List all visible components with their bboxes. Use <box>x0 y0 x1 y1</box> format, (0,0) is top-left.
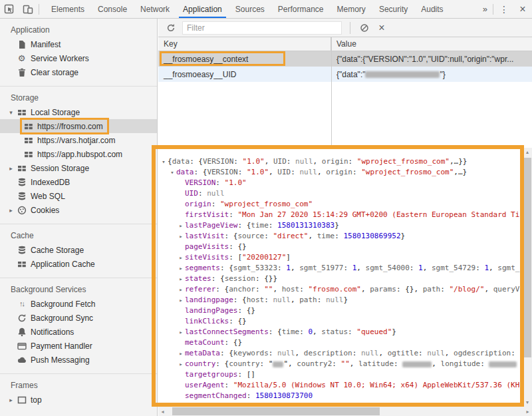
vertical-scrollbar-thumb[interactable] <box>523 158 531 357</box>
sidebar-item-https-frosmo-com[interactable]: https://frosmo.com <box>0 119 157 133</box>
tree-expand-arrow-icon[interactable]: ▾ <box>160 156 168 167</box>
json-token-pk: time <box>282 327 300 336</box>
json-token-pk: anchor <box>229 285 255 294</box>
tree-expand-arrow-icon[interactable]: ▸ <box>177 327 185 337</box>
kebab-menu-icon[interactable]: ⋮ <box>495 1 513 18</box>
sidebar-item-content: top <box>15 393 46 406</box>
sidebar-item-background-sync[interactable]: Background Sync <box>0 311 157 325</box>
sidebar-item-notifications[interactable]: Notifications <box>0 325 157 339</box>
json-token-pk: host <box>247 296 265 304</box>
json-token-p: , <box>313 327 321 336</box>
device-toolbar-icon[interactable] <box>19 1 37 18</box>
json-token-p: : <box>352 168 361 176</box>
json-token-p: : [] <box>237 370 255 379</box>
sidebar-item-https-vars-hotjar-com[interactable]: https://vars.hotjar.com <box>0 133 157 147</box>
database-icon <box>17 191 27 201</box>
refresh-icon[interactable] <box>162 20 180 36</box>
column-divider[interactable] <box>331 37 332 148</box>
sidebar-item-service-workers[interactable]: ⚙Service Workers <box>0 51 157 65</box>
inspect-icon[interactable] <box>0 1 19 18</box>
tree-expand-arrow-icon[interactable]: ▸ <box>177 220 185 231</box>
json-token-u: null <box>326 296 344 304</box>
sidebar-item-web-sql[interactable]: Web SQL <box>0 189 157 203</box>
tab-console[interactable]: Console <box>91 0 134 18</box>
json-token-p: : <box>480 359 489 368</box>
sidebar-item-content: Manifest <box>15 38 65 51</box>
horizontal-scrollbar-thumb[interactable] <box>172 407 380 415</box>
scroll-up-icon[interactable]: ▴ <box>523 148 532 156</box>
devtools-window: ElementsConsoleNetworkApplicationSources… <box>0 0 532 416</box>
filter-input[interactable] <box>182 21 342 35</box>
json-token-pk: longitude <box>441 359 481 368</box>
json-token-k: lastPageView <box>185 221 237 230</box>
sidebar-item-cache-storage[interactable]: Cache Storage <box>0 243 157 257</box>
sidebar-item-session-storage[interactable]: ▸Session Storage <box>0 161 157 175</box>
tree-expand-arrow-icon[interactable]: ▸ <box>177 231 185 242</box>
sidebar-item-payment-handler[interactable]: Payment Handler <box>0 339 157 353</box>
tab-memory[interactable]: Memory <box>331 0 372 18</box>
tree-expand-arrow-icon[interactable]: ▾ <box>168 167 176 178</box>
sidebar-section-title: Storage <box>0 91 157 105</box>
more-tabs-chevron-icon[interactable]: » <box>479 4 491 14</box>
table-row[interactable]: __frosmoeasy__UID{"data":""} <box>158 67 532 82</box>
tree-expand-arrow-icon[interactable]: ▸ <box>177 295 185 306</box>
tree-expand-arrow-icon[interactable]: ▸ <box>7 397 15 403</box>
json-token-p: : <box>215 178 224 187</box>
json-token-p: : <box>198 189 207 198</box>
tree-expand-arrow-icon[interactable]: ▾ <box>7 109 15 116</box>
tab-network[interactable]: Network <box>134 0 176 18</box>
sidebar-section-title: Cache <box>0 228 157 243</box>
clear-all-icon[interactable]: × <box>373 20 390 36</box>
sidebar-item-local-storage[interactable]: ▾Local Storage <box>0 105 157 119</box>
json-tree-line: ▸segments: {sgmt_53323: 1, sgmt_51977: 1… <box>160 263 523 274</box>
tree-expand-arrow-icon[interactable]: ▸ <box>7 207 15 214</box>
scroll-left-icon[interactable]: ◂ <box>158 407 167 416</box>
vertical-scrollbar[interactable]: ▴ ▾ <box>523 148 532 407</box>
key-cell[interactable]: __frosmoeasy__context <box>158 51 331 67</box>
json-tree-line: UID: null <box>160 188 523 199</box>
tab-audits[interactable]: Audits <box>414 0 450 18</box>
value-cell[interactable]: {"data":""} <box>331 70 532 79</box>
value-cell[interactable]: {"data":{"VERSION":"1.0","UID":null,"ori… <box>331 55 532 64</box>
block-icon[interactable] <box>356 20 373 36</box>
json-token-n: 1580130873700 <box>255 391 313 400</box>
sidebar-item-push-messaging[interactable]: Push Messaging <box>0 353 157 367</box>
scroll-right-icon[interactable]: ▸ <box>523 407 532 416</box>
tab-elements[interactable]: Elements <box>45 0 91 18</box>
json-token-k: VERSION <box>185 178 215 187</box>
sidebar-item-background-fetch[interactable]: ↑↓Background Fetch <box>0 297 157 311</box>
tree-expand-arrow-icon[interactable]: ▸ <box>177 359 185 369</box>
sidebar-item-indexeddb[interactable]: IndexedDB <box>0 175 157 189</box>
sidebar-item-manifest[interactable]: Manifest <box>0 37 157 51</box>
json-token-p: : <box>394 359 402 368</box>
tree-expand-arrow-icon[interactable]: ▸ <box>177 274 185 284</box>
tree-expand-arrow-icon[interactable]: ▸ <box>177 252 185 263</box>
redacted-value <box>489 361 517 367</box>
tree-expand-arrow-icon[interactable]: ▸ <box>7 165 15 172</box>
sidebar-item-clear-storage[interactable]: Clear storage <box>0 65 157 79</box>
tab-performance[interactable]: Performance <box>271 0 331 18</box>
tab-security[interactable]: Security <box>372 0 414 18</box>
column-header-key[interactable]: Key <box>158 37 331 51</box>
sidebar-item-https-app-hubspot-com[interactable]: https://app.hubspot.com <box>0 147 157 161</box>
horizontal-scrollbar[interactable]: ◂ ▸ <box>158 407 532 416</box>
value-text: {"data":{"VERSION":"1.0","UID":null,"ori… <box>336 55 513 64</box>
json-token-p: : {}, <box>396 285 423 294</box>
json-token-p: { <box>168 157 172 166</box>
sidebar-item-cookies[interactable]: ▸Cookies <box>0 203 157 217</box>
column-header-value[interactable]: Value <box>331 37 356 51</box>
json-token-p: , <box>313 157 322 166</box>
tree-expand-arrow-icon[interactable]: ▸ <box>177 263 185 274</box>
scroll-down-icon[interactable]: ▾ <box>523 398 532 407</box>
json-token-pk: sgmt_53323 <box>233 264 277 272</box>
close-devtools-icon[interactable]: × <box>513 1 532 18</box>
key-cell[interactable]: __frosmoeasy__UID <box>158 67 331 82</box>
tree-expand-arrow-icon[interactable]: ▸ <box>177 284 185 295</box>
table-row[interactable]: __frosmoeasy__context{"data":{"VERSION":… <box>158 51 532 67</box>
json-token-p: , <box>356 264 365 272</box>
tab-application[interactable]: Application <box>176 0 229 18</box>
tab-sources[interactable]: Sources <box>229 0 271 18</box>
sidebar-item-application-cache[interactable]: Application Cache <box>0 257 157 271</box>
tree-expand-arrow-icon[interactable]: ▸ <box>177 348 185 359</box>
sidebar-item-top[interactable]: ▸top <box>0 393 157 407</box>
